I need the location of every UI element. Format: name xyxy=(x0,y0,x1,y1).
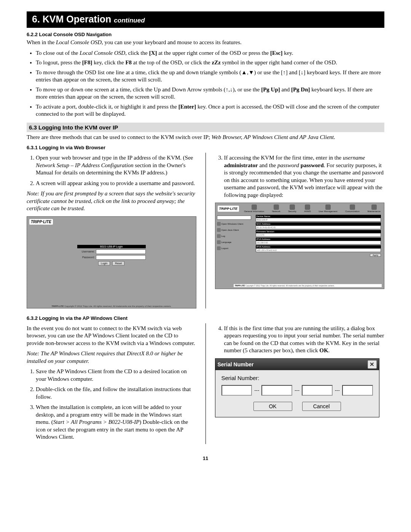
side-open-java[interactable]: Open Java Client xyxy=(217,228,251,232)
banner-continued: continued xyxy=(114,17,145,24)
tripplite-logo: TRIPP·LITE xyxy=(29,219,53,225)
bullet: To move through the OSD list one line at… xyxy=(36,69,384,84)
dash-icon: --- xyxy=(254,387,259,393)
step: When the installation is complete, an ic… xyxy=(36,404,196,441)
lock-icon xyxy=(290,204,295,210)
webui-screenshot: TRIPP·LITE General Information Network S… xyxy=(215,203,385,289)
tab-maintenance[interactable]: Maintenance xyxy=(367,204,380,212)
serial-label: Serial Number: xyxy=(221,375,373,381)
bullets-622: To close out of the Local Console OSD, c… xyxy=(27,50,384,118)
gear-icon xyxy=(252,204,257,210)
label-fw: Firmware Version: xyxy=(256,230,381,233)
step: Double-click on the file, and follow the… xyxy=(36,386,196,401)
dash-icon: --- xyxy=(335,387,340,393)
step: If this is the first time that you are r… xyxy=(224,325,385,355)
side-open-win[interactable]: Open Windows Client xyxy=(217,222,251,226)
serial-box-1[interactable] xyxy=(221,385,252,396)
ok-button[interactable]: OK xyxy=(253,402,292,411)
steps-right-632: If this is the first time that you are r… xyxy=(215,325,385,355)
apply-button[interactable]: Apply xyxy=(370,254,381,257)
serial-box-3[interactable] xyxy=(302,385,333,396)
tab-network[interactable]: Network xyxy=(272,204,280,212)
label-device: Device Name: xyxy=(256,215,381,218)
globe-icon xyxy=(217,240,221,244)
login-screenshot: TRIPP·LITE B022-U08-IP Login Username: P… xyxy=(27,216,196,308)
tripplite-logo: TRIPP·LITE xyxy=(218,206,239,212)
note-632: Note: The AP Windows Client requires tha… xyxy=(27,350,196,365)
column-divider xyxy=(206,323,206,444)
anms-icon xyxy=(305,204,310,210)
label-ipv4: IPV4 Address: xyxy=(256,238,381,241)
two-column-631: Open your web browser and type in the IP… xyxy=(27,153,384,308)
step: A screen will appear asking you to provi… xyxy=(36,180,196,187)
login-title: B022-U08-IP Login xyxy=(77,245,146,248)
column-divider xyxy=(206,153,206,308)
bullet: To close out of the Local Console OSD, c… xyxy=(36,50,384,57)
close-icon[interactable]: ✕ xyxy=(368,360,377,369)
top-tabs: General Information Network Security ANM… xyxy=(243,204,382,212)
tab-customization[interactable]: Customization xyxy=(345,204,360,212)
tab-usermgmt[interactable]: User Management xyxy=(319,204,337,212)
step: If accessing the KVM for the first time,… xyxy=(224,154,385,199)
serial-box-4[interactable] xyxy=(342,385,373,396)
sidebar: Open Windows Client Open Java Client Log… xyxy=(215,214,253,257)
col-left: In the event you do not want to connect … xyxy=(27,323,196,444)
logout-icon xyxy=(217,246,221,250)
login-box: B022-U08-IP Login Username: Password: Lo… xyxy=(77,245,146,265)
log-icon xyxy=(217,234,221,238)
monitor-icon xyxy=(217,222,221,226)
side-language[interactable]: Language xyxy=(217,240,251,244)
tab-general[interactable]: General Information xyxy=(244,204,264,212)
step: Save the AP Windows Client from the CD t… xyxy=(36,368,196,383)
steps-left-632: Save the AP Windows Client from the CD t… xyxy=(27,368,196,441)
side-logout[interactable]: Logout xyxy=(217,246,251,250)
para-632: In the event you do not want to connect … xyxy=(27,325,196,347)
steps-right: If accessing the KVM for the first time,… xyxy=(215,154,385,199)
serial-box-2[interactable] xyxy=(261,385,292,396)
heading-63: 6.3 Logging Into the KVM over IP xyxy=(27,123,384,132)
field-mac: 00-10-74-61-02-4C-01 xyxy=(256,225,381,229)
two-column-632: In the event you do not want to connect … xyxy=(27,323,384,444)
dash-icon: --- xyxy=(295,387,299,393)
bullet: To logout, press the [F8] key, click the… xyxy=(36,59,384,67)
side-log[interactable]: Log xyxy=(217,234,251,238)
network-icon xyxy=(274,204,279,210)
step: Open your web browser and type in the IP… xyxy=(36,154,196,177)
steps-left: Open your web browser and type in the IP… xyxy=(27,154,196,187)
password-field[interactable] xyxy=(96,255,146,260)
field-fw: V1.0.070 xyxy=(256,233,381,237)
tool-icon xyxy=(371,204,377,210)
serial-dialog: Serial Number ✕ Serial Number: --- --- -… xyxy=(215,358,379,417)
bullet: To move up or down one screen at a time,… xyxy=(36,86,384,101)
tab-anms[interactable]: ANMS xyxy=(304,204,311,212)
bullet: To activate a port, double-click it, or … xyxy=(36,103,384,118)
username-label: Username: xyxy=(77,250,95,253)
heading-622: 6.2.2 Local Console OSD Navigation xyxy=(27,32,384,37)
username-field[interactable] xyxy=(96,249,146,254)
banner-num: 6. xyxy=(32,14,40,24)
webui-footer: TRIPP·LITE Copyright © 2012 Tripp Lite. … xyxy=(234,284,382,287)
page-number: 11 xyxy=(27,455,384,461)
field-ipv6: fe80::200:c7ff:fe02:fa10 xyxy=(256,248,381,252)
field-ipv4: 192.168.0.60 xyxy=(256,241,381,244)
label-mac: MAC Address: xyxy=(256,222,381,225)
java-icon xyxy=(217,228,221,232)
col-left: Open your web browser and type in the IP… xyxy=(27,153,196,308)
users-icon xyxy=(325,204,331,210)
search-input[interactable] xyxy=(217,216,251,220)
reset-button[interactable]: Reset xyxy=(112,261,124,265)
col-right: If accessing the KVM for the first time,… xyxy=(215,153,385,308)
heading-632: 6.3.2 Logging In via the AP Windows Clie… xyxy=(27,315,384,321)
cancel-button[interactable]: Cancel xyxy=(302,402,341,411)
heading-631: 6.3.1 Logging In via Web Browser xyxy=(27,145,384,150)
field-device[interactable]: B022-U08-IP xyxy=(256,218,381,222)
login-footer: TRIPP·LITE Copyright © 2012 Tripp Lite. … xyxy=(27,305,196,307)
login-button[interactable]: Login xyxy=(98,261,110,265)
dialog-title: Serial Number xyxy=(218,361,254,367)
label-ipv6: IPV6 Address: xyxy=(256,245,381,248)
tab-security[interactable]: Security xyxy=(288,204,296,212)
wrench-icon xyxy=(350,204,355,210)
section-banner: 6. KVM Operation continued xyxy=(27,11,384,28)
note-631: Note: If you are first prompted by a scr… xyxy=(27,190,196,212)
serial-fields: --- --- --- xyxy=(221,385,373,396)
